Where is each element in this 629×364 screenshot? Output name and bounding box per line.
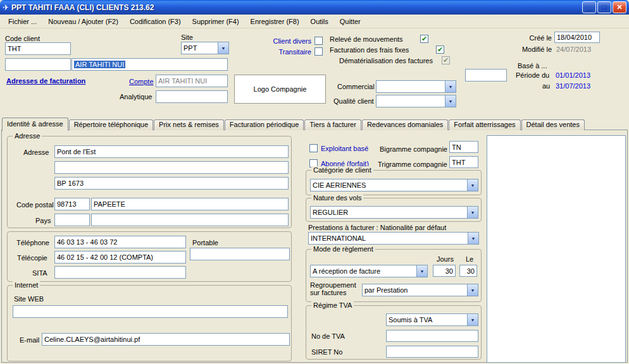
- cree-le-input[interactable]: [554, 32, 600, 43]
- site-select[interactable]: PPT ▼: [181, 42, 229, 54]
- menu-outils[interactable]: Outils: [305, 16, 334, 27]
- window-title: PPT TAHITI FAAA (CLI) CLIENTS 213.62: [11, 3, 581, 12]
- commercial-label: Commercial: [337, 83, 375, 90]
- site-web-input[interactable]: [13, 305, 288, 318]
- pays-input[interactable]: [91, 214, 289, 226]
- ville-input[interactable]: [91, 198, 289, 210]
- notes-listbox[interactable]: [487, 135, 626, 363]
- tab-repertoire-telephonique[interactable]: Répertoire téléphonique: [69, 119, 153, 130]
- prestations-select[interactable]: INTERNATIONAL ▼: [308, 232, 479, 245]
- qualite-client-label: Qualité client: [333, 97, 374, 105]
- tab-label: Redevances domaniales: [367, 121, 443, 128]
- prestations-select-value: INTERNATIONAL: [309, 233, 468, 244]
- portable-label: Portable: [192, 239, 218, 246]
- sita-label: SITA: [32, 269, 47, 277]
- frais-fixes-checkbox[interactable]: ✔: [436, 46, 444, 54]
- telephone-input[interactable]: [54, 236, 186, 248]
- site-web-label: Site WEB: [14, 295, 44, 303]
- nature-vols-select[interactable]: REGULIER ▼: [310, 206, 478, 219]
- close-button[interactable]: ✕: [613, 1, 626, 13]
- jours-input[interactable]: [433, 265, 456, 277]
- site-label: Site: [181, 33, 193, 41]
- sita-input[interactable]: [54, 266, 186, 279]
- tab-tiers-a-facturer[interactable]: Tiers à facturer: [304, 119, 361, 130]
- pays-code-input[interactable]: [54, 214, 90, 226]
- chevron-down-icon: ▼: [445, 81, 456, 92]
- tab-detail-des-ventes[interactable]: Détail des ventes: [521, 119, 585, 130]
- menu-quitter[interactable]: Quitter: [334, 16, 366, 27]
- maximize-button[interactable]: □: [597, 1, 611, 13]
- exploitant-base-checkbox[interactable]: [309, 144, 318, 152]
- releve-mouvements-checkbox[interactable]: ✔: [420, 35, 428, 43]
- categorie-client-select[interactable]: CIE AERIENNES ▼: [310, 179, 478, 191]
- maximize-icon: □: [602, 4, 607, 11]
- portable-input[interactable]: [190, 248, 290, 260]
- regime-tva-group: Régime TVA Soumis à TVA ▼ No de TVA SIRE…: [306, 305, 482, 360]
- logo-compagnie-box: Logo Compagnie: [234, 75, 326, 104]
- trigramme-label: Trigramme compagnie: [378, 161, 447, 168]
- tab-prix-nets-remises[interactable]: Prix nets & remises: [154, 119, 224, 130]
- nature-vols-group-label: Nature des vols: [311, 194, 363, 202]
- client-name-field[interactable]: AIR TAHITI NUI: [72, 58, 228, 71]
- releve-mouvements-label: Relevé de mouvements: [330, 35, 403, 43]
- logo-compagnie-label: Logo Compagnie: [254, 85, 307, 93]
- adresse-line3-input[interactable]: [54, 177, 289, 190]
- client-lookup-input[interactable]: [5, 58, 71, 71]
- compte-input[interactable]: [156, 75, 228, 87]
- adresse-line2-input[interactable]: [54, 161, 289, 174]
- tab-label: Répertoire téléphonique: [74, 121, 148, 128]
- menu-enregistrer[interactable]: Enregistrer (F8): [245, 16, 305, 27]
- code-client-input[interactable]: [5, 42, 71, 55]
- bigramme-input[interactable]: [449, 141, 478, 153]
- qualite-client-select-value: [377, 95, 445, 107]
- tab-redevances-domaniales[interactable]: Redevances domaniales: [362, 119, 448, 130]
- chevron-down-icon: ▼: [467, 179, 478, 191]
- categorie-client-group: Catégorie de client CIE AERIENNES ▼: [306, 170, 482, 195]
- le-input[interactable]: [459, 265, 477, 277]
- regroupement-select[interactable]: par Prestation ▼: [362, 284, 478, 296]
- compte-link[interactable]: Compte: [129, 78, 154, 85]
- no-tva-input[interactable]: [386, 330, 478, 342]
- regime-tva-select[interactable]: Soumis à TVA ▼: [386, 313, 478, 326]
- code-postal-input[interactable]: [54, 198, 90, 210]
- title-bar[interactable]: ✈ PPT TAHITI FAAA (CLI) CLIENTS 213.62 _…: [0, 0, 629, 15]
- check-icon: ✔: [421, 35, 428, 42]
- client-divers-label: Client divers: [265, 37, 311, 45]
- menu-supprimer[interactable]: Supprimer (F4): [187, 16, 245, 27]
- regime-tva-select-value: Soumis à TVA: [387, 314, 467, 325]
- adresse-line1-input[interactable]: [54, 145, 289, 158]
- chevron-down-icon: ▼: [467, 314, 478, 325]
- qualite-client-select[interactable]: ▼: [376, 95, 456, 107]
- minimize-button[interactable]: _: [582, 1, 596, 13]
- trigramme-input[interactable]: [449, 156, 478, 168]
- adresses-facturation-link[interactable]: Adresses de facturation: [6, 77, 85, 85]
- tab-label: Identité & adresse: [7, 120, 63, 128]
- pays-label: Pays: [35, 217, 51, 224]
- base-a-input[interactable]: [465, 69, 507, 82]
- tab-identite-adresse[interactable]: Identité & adresse: [2, 118, 68, 131]
- menu-nouveau-ajouter[interactable]: Nouveau / Ajouter (F2): [42, 16, 124, 27]
- telecopie-input[interactable]: [54, 251, 186, 264]
- base-a-label: Basé à ...: [518, 62, 547, 70]
- transitaire-checkbox[interactable]: [314, 47, 323, 56]
- adresse-group: Adresse Adresse Code postal Pays: [7, 136, 292, 228]
- transitaire-label: Transitaire: [265, 48, 311, 56]
- mode-reglement-select[interactable]: A réception de facture ▼: [310, 265, 428, 277]
- code-client-label: Code client: [5, 35, 40, 42]
- menu-fichier[interactable]: Fichier ...: [3, 16, 42, 27]
- menu-codification[interactable]: Codification (F3): [124, 16, 187, 27]
- tab-facturation-periodique[interactable]: Facturation périodique: [225, 119, 304, 130]
- tab-label: Forfait atterrissages: [454, 121, 515, 128]
- client-divers-checkbox[interactable]: [314, 37, 323, 45]
- email-input[interactable]: [42, 333, 290, 346]
- analytique-label: Analytique: [120, 93, 152, 100]
- chevron-down-icon: ▼: [445, 95, 456, 107]
- chevron-down-icon: ▼: [468, 233, 478, 244]
- modifie-le-label: Modifié le: [514, 46, 552, 53]
- siret-input[interactable]: [386, 346, 478, 358]
- periode-du-value: 01/01/2013: [556, 71, 590, 79]
- tab-forfait-atterrissages[interactable]: Forfait atterrissages: [449, 119, 520, 130]
- internet-group-label: Internet: [13, 281, 40, 289]
- analytique-input[interactable]: [156, 90, 228, 103]
- commercial-select[interactable]: ▼: [376, 80, 456, 93]
